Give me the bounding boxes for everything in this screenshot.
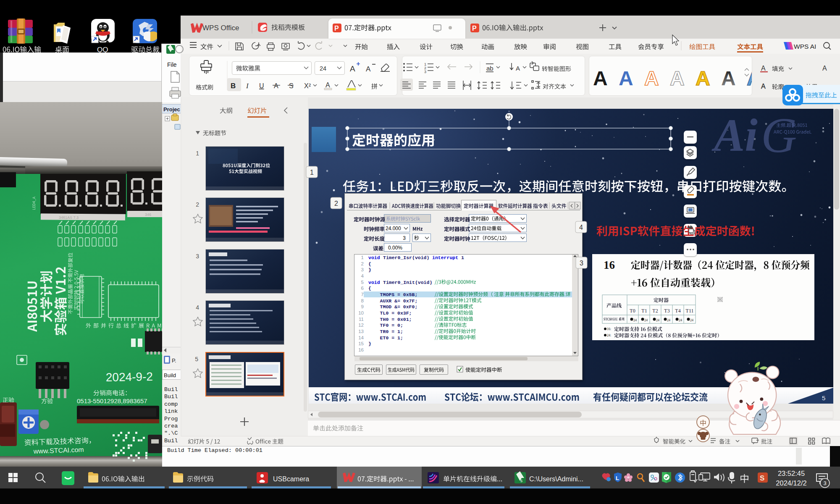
svg-text:T4: T4 [675,308,680,314]
svg-text:S: S [289,82,294,89]
svg-text:Ai: Ai [711,110,758,161]
svg-text:I: I [246,82,249,90]
svg-text:T2: T2 [652,308,658,314]
svg-text:2: 2 [334,200,338,207]
svg-text:7: 7 [361,292,364,297]
svg-text:16:: 16: [607,327,611,331]
svg-text:AUXR &= 0x7F;: AUXR &= 0x7F; [368,298,417,304]
svg-text:0513-55012928,8983657: 0513-55012928,8983657 [77,397,147,404]
svg-text:A: A [593,67,608,89]
svg-text:Timer0_Isr(void): Timer0_Isr(void) [383,255,432,260]
svg-text:A: A [761,83,766,90]
svg-text:4: 4 [579,224,583,231]
svg-text:A: A [761,65,766,72]
svg-text:X²: X² [304,82,311,89]
svg-text:11: 11 [359,317,364,322]
svg-text:crea: crea [164,423,178,429]
svg-text:3: 3 [823,480,826,486]
svg-text:1: 1 [310,169,314,176]
svg-text:A: A [366,65,371,73]
svg-text:13: 13 [358,329,364,334]
svg-text:9: 9 [361,304,364,309]
svg-text:2024/12/2: 2024/12/2 [776,479,806,487]
svg-text:{: { [368,286,371,291]
svg-text:A: A [644,67,659,89]
svg-text:QQ: QQ [97,46,108,54]
svg-text:P.: P. [172,357,176,364]
svg-text:4: 4 [196,304,199,311]
svg-text:24: 24 [656,318,659,322]
svg-text:24: 24 [690,318,693,322]
svg-text:".\C: ".\C [164,430,178,436]
svg-text:Buil: Buil [164,394,178,400]
svg-text:TR0 = 1;: TR0 = 1; [368,329,403,334]
svg-text:24: 24 [633,318,637,322]
svg-text:L: L [616,475,619,481]
svg-text:1: 1 [461,255,464,260]
svg-text:Buil: Buil [164,438,178,444]
svg-text:24: 24 [679,318,682,322]
svg-text:3: 3 [424,70,426,74]
svg-text:3: 3 [361,267,364,272]
svg-text:24.000: 24.000 [386,226,401,231]
svg-text:Buil: Buil [164,386,178,393]
svg-text:16: 16 [358,347,364,352]
svg-text:23:52:45: 23:52:45 [778,470,805,477]
svg-text:link: link [164,408,178,415]
svg-text:ET0 = 1;: ET0 = 1; [368,335,403,341]
svg-text:346: 346 [145,213,151,217]
svg-text:comp: comp [164,401,178,407]
svg-text:A: A [747,67,761,89]
svg-text:void: void [368,255,383,260]
svg-text:A: A [696,67,710,89]
svg-text:24: 24 [644,318,648,322]
svg-text:5: 5 [195,356,198,362]
svg-text:A: A [670,67,685,89]
svg-text:2024-9-2: 2024-9-2 [106,370,153,384]
svg-text:Prog: Prog [164,416,178,422]
svg-text:A: A [350,64,355,73]
svg-text:S: S [760,474,764,482]
svg-text:3: 3 [580,260,583,267]
svg-text:0.00%: 0.00% [388,245,402,251]
svg-text:24:: 24: [607,333,611,337]
svg-text:10: 10 [358,310,364,315]
svg-text:www.STCAI.com: www.STCAI.com [33,446,84,455]
svg-text:3461AS 7.3: 3461AS 7.3 [59,215,79,220]
svg-text:TF0 = 0;: TF0 = 0; [368,323,403,328]
svg-text:File: File [167,61,177,68]
svg-text:U: U [259,82,264,89]
svg-text:2: 2 [196,201,199,208]
svg-text:TL0 = 0x3F;: TL0 = 0x3F; [368,310,412,316]
svg-text:A: A [274,82,278,89]
svg-text:B: B [231,82,236,90]
svg-text:24: 24 [667,318,670,322]
svg-text:Timer0_Init(void): Timer0_Init(void) [383,280,432,285]
svg-text:WPS Office: WPS Office [202,24,239,32]
svg-text:4: 4 [361,273,364,278]
svg-text:A: A [516,65,520,72]
svg-text:T11: T11 [686,308,694,314]
svg-text:1: 1 [196,150,199,157]
svg-text:}: } [368,341,371,346]
svg-text:15: 15 [358,341,364,346]
svg-text:USBcamera: USBcamera [273,475,309,483]
svg-text:G: G [761,108,797,163]
svg-text:C:\Users\Admini...: C:\Users\Admini... [529,475,583,483]
svg-text:{: { [368,261,371,267]
svg-text:1: 1 [361,255,364,260]
svg-text:TMOD &= 0xF0;: TMOD &= 0xF0; [368,304,417,310]
svg-text:void: void [368,280,383,285]
svg-text:P: P [472,25,477,32]
svg-text:A: A [721,67,736,89]
svg-text:Build Time Elapsed: 00:00:01: Build Time Elapsed: 00:00:01 [167,447,262,454]
svg-text:5: 5 [361,280,364,285]
svg-text:ab: ab [486,65,494,72]
svg-text:WPS AI: WPS AI [794,43,816,50]
svg-text:A: A [822,65,827,72]
svg-text:24: 24 [320,65,326,72]
svg-text:}: } [368,267,371,273]
svg-text:T0: T0 [630,308,635,314]
svg-text:s: s [520,478,522,483]
svg-text:6: 6 [361,286,364,291]
